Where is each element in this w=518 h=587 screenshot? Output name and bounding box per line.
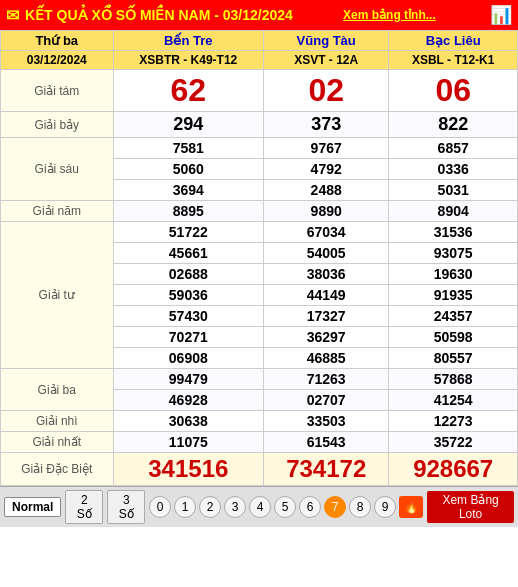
- giai-tu-bt-4: 59036: [113, 285, 264, 306]
- giai-sau-bt-2: 5060: [113, 159, 264, 180]
- giai-sau-bl-2: 0336: [389, 159, 518, 180]
- giai-tu-vt-3: 38036: [264, 264, 389, 285]
- num-1[interactable]: 1: [174, 496, 196, 518]
- giai-tam-bt: 62: [113, 70, 264, 112]
- col-vung-tau: Vũng Tàu: [264, 31, 389, 51]
- bar-chart-icon: 📊: [490, 4, 512, 26]
- giai-tu-vt-2: 54005: [264, 243, 389, 264]
- giai-tu-bl-5: 24357: [389, 306, 518, 327]
- giai-sau-bt-1: 7581: [113, 138, 264, 159]
- giai-nhi-bl: 12273: [389, 411, 518, 432]
- giai-nhi-bt: 30638: [113, 411, 264, 432]
- giai-db-label: Giải Đặc Biệt: [1, 453, 114, 486]
- fire-button[interactable]: 🔥: [399, 496, 423, 518]
- giai-tu-vt-6: 36297: [264, 327, 389, 348]
- giai-nam-bl: 8904: [389, 201, 518, 222]
- giai-ba-vt-2: 02707: [264, 390, 389, 411]
- num-5[interactable]: 5: [274, 496, 296, 518]
- giai-nhi-vt: 33503: [264, 411, 389, 432]
- giai-tu-bt-7: 06908: [113, 348, 264, 369]
- column-headers: Thứ ba Bến Tre Vũng Tàu Bạc Liêu: [1, 31, 518, 51]
- code-bt: XSBTR - K49-T12: [113, 51, 264, 70]
- giai-bay-bt: 294: [113, 112, 264, 138]
- giai-ba-label: Giải ba: [1, 369, 114, 411]
- giai-tam-label: Giải tám: [1, 70, 114, 112]
- giai-nhi-label: Giải nhì: [1, 411, 114, 432]
- giai-tu-vt-7: 46885: [264, 348, 389, 369]
- giai-tam-bl: 06: [389, 70, 518, 112]
- giai-bay-label: Giải bảy: [1, 112, 114, 138]
- giai-bay-vt: 373: [264, 112, 389, 138]
- date-row: 03/12/2024 XSBTR - K49-T12 XSVT - 12A XS…: [1, 51, 518, 70]
- giai-tam-vt: 02: [264, 70, 389, 112]
- giai-ba-bl-1: 57868: [389, 369, 518, 390]
- giai-tu-bl-4: 91935: [389, 285, 518, 306]
- giai-tu-bl-2: 93075: [389, 243, 518, 264]
- giai-ba-bt-2: 46928: [113, 390, 264, 411]
- giai-tu-vt-4: 44149: [264, 285, 389, 306]
- giai-bay-row: Giải bảy 294 373 822: [1, 112, 518, 138]
- giai-tu-bt-6: 70271: [113, 327, 264, 348]
- giai-nhi-row: Giải nhì 30638 33503 12273: [1, 411, 518, 432]
- giai-db-bt: 341516: [113, 453, 264, 486]
- num-0[interactable]: 0: [149, 496, 171, 518]
- giai-nhat-bt: 11075: [113, 432, 264, 453]
- header-link[interactable]: Xem bảng tỉnh...: [343, 8, 436, 22]
- num-7[interactable]: 7: [324, 496, 346, 518]
- footer-bar: Normal 2 Số 3 Số 0 1 2 3 4 5 6 7 8 9 🔥 X…: [0, 486, 518, 527]
- number-row: 0 1 2 3 4 5 6 7 8 9 🔥: [149, 496, 423, 518]
- giai-nam-label: Giải năm: [1, 201, 114, 222]
- giai-sau-vt-2: 4792: [264, 159, 389, 180]
- giai-tu-bl-7: 80557: [389, 348, 518, 369]
- giai-tu-bt-5: 57430: [113, 306, 264, 327]
- giai-tu-bt-3: 02688: [113, 264, 264, 285]
- giai-sau-bl-3: 5031: [389, 180, 518, 201]
- giai-tam-row: Giải tám 62 02 06: [1, 70, 518, 112]
- giai-sau-vt-3: 2488: [264, 180, 389, 201]
- mail-icon: ✉: [6, 6, 19, 25]
- giai-db-vt: 734172: [264, 453, 389, 486]
- num-3[interactable]: 3: [224, 496, 246, 518]
- giai-nam-vt: 9890: [264, 201, 389, 222]
- giai-nhat-row: Giải nhất 11075 61543 35722: [1, 432, 518, 453]
- code-bl: XSBL - T12-K1: [389, 51, 518, 70]
- giai-sau-bl-1: 6857: [389, 138, 518, 159]
- giai-sau-bt-3: 3694: [113, 180, 264, 201]
- giai-tu-bl-6: 50598: [389, 327, 518, 348]
- giai-ba-bl-2: 41254: [389, 390, 518, 411]
- num-4[interactable]: 4: [249, 496, 271, 518]
- giai-tu-row-1: Giải tư 51722 67034 31536: [1, 222, 518, 243]
- giai-sau-row-1: Giải sáu 7581 9767 6857: [1, 138, 518, 159]
- giai-tu-vt-5: 17327: [264, 306, 389, 327]
- giai-tu-bt-2: 45661: [113, 243, 264, 264]
- two-so-button[interactable]: 2 Số: [65, 490, 103, 524]
- giai-nhat-vt: 61543: [264, 432, 389, 453]
- giai-sau-label: Giải sáu: [1, 138, 114, 201]
- giai-nhat-bl: 35722: [389, 432, 518, 453]
- giai-tu-vt-1: 67034: [264, 222, 389, 243]
- code-vt: XSVT - 12A: [264, 51, 389, 70]
- header-title: KẾT QUẢ XỔ SỐ MIỀN NAM - 03/12/2024: [25, 7, 293, 23]
- giai-tu-bt-1: 51722: [113, 222, 264, 243]
- giai-db-row: Giải Đặc Biệt 341516 734172 928667: [1, 453, 518, 486]
- col-thu: Thứ ba: [1, 31, 114, 51]
- num-2[interactable]: 2: [199, 496, 221, 518]
- date-cell: 03/12/2024: [1, 51, 114, 70]
- three-so-button[interactable]: 3 Số: [107, 490, 145, 524]
- loto-button[interactable]: Xem Bảng Loto: [427, 491, 514, 523]
- giai-sau-vt-1: 9767: [264, 138, 389, 159]
- normal-button[interactable]: Normal: [4, 497, 61, 517]
- giai-ba-row-1: Giải ba 99479 71263 57868: [1, 369, 518, 390]
- num-9[interactable]: 9: [374, 496, 396, 518]
- giai-tu-bl-3: 19630: [389, 264, 518, 285]
- col-bac-lieu: Bạc Liêu: [389, 31, 518, 51]
- col-ben-tre: Bến Tre: [113, 31, 264, 51]
- giai-nam-bt: 8895: [113, 201, 264, 222]
- num-6[interactable]: 6: [299, 496, 321, 518]
- giai-tu-bl-1: 31536: [389, 222, 518, 243]
- giai-db-bl: 928667: [389, 453, 518, 486]
- num-8[interactable]: 8: [349, 496, 371, 518]
- giai-ba-vt-1: 71263: [264, 369, 389, 390]
- header: ✉ KẾT QUẢ XỔ SỐ MIỀN NAM - 03/12/2024 Xe…: [0, 0, 518, 30]
- giai-tu-label: Giải tư: [1, 222, 114, 369]
